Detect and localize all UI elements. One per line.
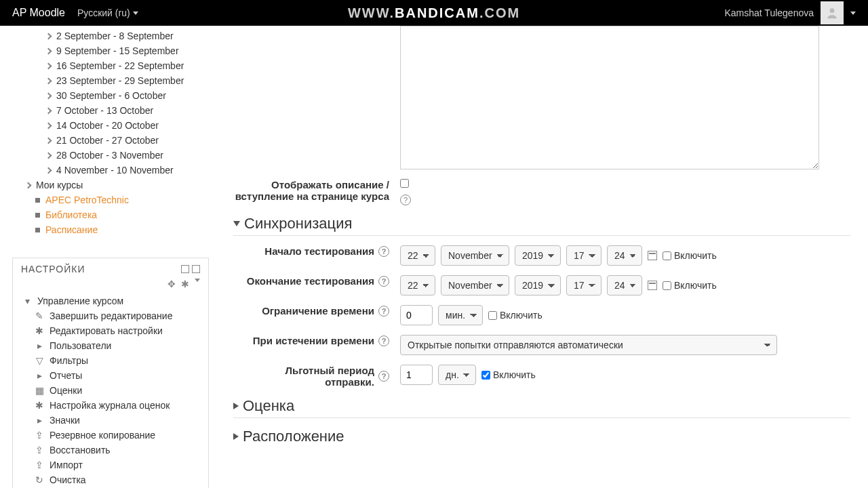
settings-item[interactable]: Восстановить	[50, 445, 111, 455]
start-min-select[interactable]: 24	[607, 245, 642, 266]
nav-my-courses[interactable]: Мои курсы	[36, 180, 83, 190]
section-sync[interactable]: Синхронизация	[233, 215, 850, 232]
pencil-icon: ✎	[35, 311, 44, 321]
expire-label: При истечении времени	[253, 335, 374, 346]
expand-icon	[233, 221, 240, 226]
watermark-main: BANDICAM	[395, 5, 479, 20]
limit-value-input[interactable]	[400, 305, 433, 325]
svg-point-0	[830, 8, 835, 13]
avatar[interactable]	[821, 1, 844, 24]
language-label: Русский (ru)	[77, 7, 130, 18]
end-day-select[interactable]: 22	[400, 275, 435, 296]
end-year-select[interactable]: 2019	[515, 275, 561, 296]
box-up-icon: ⇪	[35, 430, 44, 440]
collapse-icon	[233, 403, 239, 409]
calendar-icon[interactable]	[648, 251, 657, 260]
nav-week[interactable]: 4 November - 10 November	[56, 165, 174, 176]
caret-right-icon	[45, 33, 52, 39]
calendar-icon[interactable]	[648, 281, 657, 290]
help-icon[interactable]: ?	[400, 195, 411, 205]
nav-week[interactable]: 14 October - 20 October	[56, 120, 159, 131]
section-layout[interactable]: Расположение	[233, 428, 850, 445]
settings-item[interactable]: Отчеты	[50, 370, 82, 381]
start-hour-select[interactable]: 17	[566, 245, 601, 266]
language-select[interactable]: Русский (ru)	[77, 7, 138, 18]
help-icon[interactable]: ?	[378, 336, 389, 346]
settings-item[interactable]: Очистка	[50, 474, 86, 485]
bullet-icon	[35, 213, 40, 218]
nav-week[interactable]: 9 September - 15 September	[56, 45, 179, 56]
help-icon[interactable]: ?	[378, 246, 389, 257]
recycle-icon: ↻	[35, 475, 44, 485]
end-hour-select[interactable]: 17	[566, 275, 601, 296]
nav-week[interactable]: 7 October - 13 October	[56, 105, 153, 116]
help-icon[interactable]: ?	[378, 276, 389, 287]
chevron-down-icon	[133, 12, 138, 15]
caret-right-icon	[45, 107, 52, 114]
settings-item[interactable]: Редактировать настройки	[50, 325, 163, 336]
user-name[interactable]: Kamshat Tulegenova	[724, 7, 814, 18]
grace-label: Льготный период отправки.	[233, 365, 374, 388]
bullet-icon	[35, 198, 40, 203]
watermark-prefix: WWW.	[348, 5, 395, 20]
limit-enable[interactable]: Включить	[488, 310, 542, 321]
move-icon[interactable]: ✥	[167, 279, 176, 289]
start-day-select[interactable]: 22	[400, 245, 435, 266]
help-icon[interactable]: ?	[378, 371, 389, 382]
help-icon[interactable]: ?	[378, 306, 389, 317]
caret-right-icon	[45, 77, 52, 84]
nav-link[interactable]: Расписание	[45, 224, 98, 235]
show-desc-checkbox[interactable]	[400, 179, 409, 188]
settings-item[interactable]: Фильтры	[50, 355, 88, 366]
dock-icon[interactable]	[192, 265, 200, 273]
grace-unit-select[interactable]: дн.	[438, 365, 476, 385]
end-min-select[interactable]: 24	[607, 275, 642, 296]
end-enable[interactable]: Включить	[663, 280, 717, 291]
nav-link[interactable]: Библиотека	[45, 209, 97, 220]
caret-icon: ▸	[35, 341, 44, 350]
grace-enable[interactable]: Включить	[481, 369, 536, 380]
caret-right-icon	[45, 137, 52, 144]
settings-block: НАСТРОЙКИ ✥ ✱ ▾Управление курсом ✎Заверш…	[12, 258, 209, 488]
settings-item[interactable]: Значки	[50, 415, 80, 426]
nav-week[interactable]: 21 October - 27 October	[56, 135, 159, 146]
nav-week[interactable]: 28 October - 3 November	[56, 150, 163, 161]
grace-value-input[interactable]	[400, 365, 433, 385]
end-month-select[interactable]: November	[441, 275, 509, 296]
start-year-select[interactable]: 2019	[515, 245, 561, 266]
gear-icon[interactable]: ✱	[181, 279, 189, 289]
section-grade[interactable]: Оценка	[233, 397, 850, 415]
settings-item[interactable]: Пользователи	[50, 340, 111, 351]
start-month-select[interactable]: November	[441, 245, 509, 266]
chevron-down-icon[interactable]	[195, 279, 200, 282]
user-menu-caret-icon[interactable]	[850, 12, 856, 15]
caret-right-icon	[45, 92, 52, 99]
settings-item[interactable]: Настройка журнала оценок	[50, 400, 170, 411]
caret-right-icon	[25, 182, 32, 188]
settings-item[interactable]: Импорт	[50, 460, 83, 470]
settings-item[interactable]: Оценки	[50, 385, 82, 396]
start-label: Начало тестирования	[264, 245, 374, 257]
show-desc-label: Отображать описание / вступление на стра…	[233, 179, 389, 202]
nav-week[interactable]: 30 September - 6 October	[56, 90, 166, 101]
nav-week[interactable]: 16 September - 22 September	[56, 60, 184, 71]
settings-item[interactable]: Завершить редактирование	[50, 310, 172, 321]
settings-item[interactable]: Резервное копирование	[50, 430, 155, 441]
description-textarea[interactable]	[400, 26, 819, 169]
expire-select[interactable]: Открытые попытки отправляются автоматиче…	[400, 335, 777, 355]
limit-unit-select[interactable]: мин.	[438, 305, 483, 325]
end-label: Окончание тестирования	[247, 275, 374, 287]
limit-label: Ограничение времени	[262, 305, 374, 317]
watermark-suffix: .COM	[479, 5, 520, 20]
nav-link[interactable]: APEC PetroTechnic	[45, 195, 129, 205]
collapse-icon[interactable]	[181, 265, 189, 273]
caret-icon: ▸	[35, 415, 44, 425]
box-up-icon: ⇪	[35, 445, 44, 455]
gear-icon: ✱	[35, 326, 44, 336]
nav-week[interactable]: 23 September - 29 September	[56, 75, 184, 86]
brand[interactable]: AP Moodle	[12, 7, 65, 19]
course-admin-root[interactable]: Управление курсом	[37, 296, 123, 306]
start-enable[interactable]: Включить	[663, 250, 717, 261]
caret-right-icon	[45, 152, 52, 159]
nav-week[interactable]: 2 September - 8 September	[56, 30, 174, 41]
